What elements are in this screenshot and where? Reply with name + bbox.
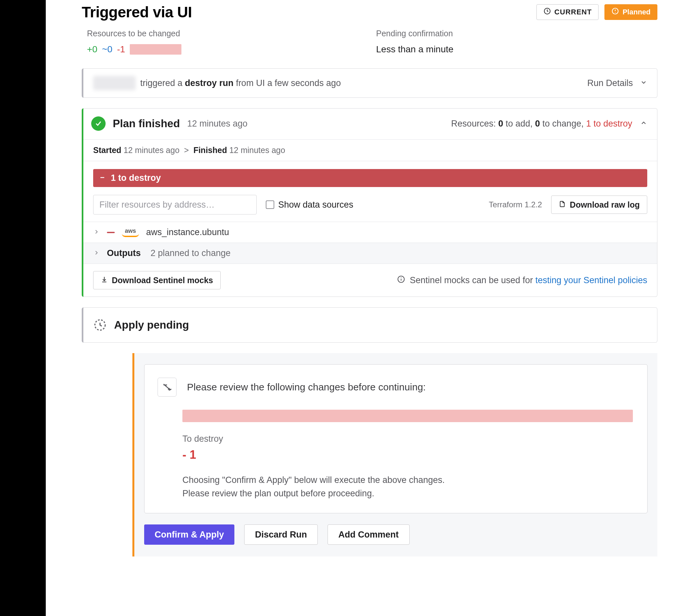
sentinel-info-text: Sentinel mocks can be used for testing y…: [410, 275, 647, 285]
header-row: Triggered via UI CURRENT Planned: [82, 3, 658, 21]
check-icon: [91, 117, 105, 131]
run-details-label: Run Details: [587, 78, 633, 88]
chevron-up-icon[interactable]: [640, 119, 647, 129]
confirm-buttons: Confirm & Apply Discard Run Add Comment: [144, 524, 647, 545]
info-icon: [397, 275, 405, 286]
sentinel-btn-label: Download Sentinel mocks: [112, 276, 213, 285]
alert-icon: [611, 7, 619, 17]
resource-row-aws-instance[interactable]: aws aws_instance.ubuntu: [83, 222, 657, 243]
apply-pending-card: Apply pending: [82, 307, 658, 343]
confirm-heading: Please review the following changes befo…: [187, 382, 425, 393]
redacted-resource-name: [130, 44, 181, 55]
resource-counts: +0 ~0 -1: [87, 44, 363, 55]
outputs-label: Outputs: [107, 248, 141, 258]
apply-pending-title: Apply pending: [114, 319, 189, 331]
current-button-label: CURRENT: [554, 8, 592, 16]
filter-resources-input[interactable]: [93, 195, 257, 215]
discard-run-button[interactable]: Discard Run: [244, 524, 318, 545]
count-add: +0: [87, 44, 97, 55]
main-content: Triggered via UI CURRENT Planned Resourc…: [46, 0, 677, 616]
confirm-block: Please review the following changes befo…: [132, 353, 658, 557]
pending-value: Less than a minute: [376, 44, 658, 55]
plan-card: Plan finished 12 minutes ago Resources: …: [82, 108, 658, 297]
confirm-panel: Please review the following changes befo…: [144, 364, 647, 513]
confirm-description: Choosing "Confirm & Apply" below will ex…: [182, 474, 633, 500]
count-destroy: -1: [117, 44, 125, 55]
resources-label: Resources to be changed: [87, 29, 363, 38]
run-trigger-card: triggered a destroy run from UI a few se…: [82, 68, 658, 98]
to-destroy-value: - 1: [182, 448, 633, 462]
diff-icon: [157, 378, 177, 397]
sentinel-footer: Download Sentinel mocks Sentinel mocks c…: [83, 264, 657, 297]
minus-icon: [99, 173, 105, 183]
add-comment-button[interactable]: Add Comment: [327, 524, 410, 545]
planned-button-label: Planned: [622, 8, 650, 16]
plan-title: Plan finished: [113, 117, 180, 130]
checkbox-icon: [266, 201, 274, 209]
summary-pending: Pending confirmation Less than a minute: [376, 29, 658, 55]
run-details-toggle[interactable]: Run Details: [587, 78, 647, 88]
file-icon: [559, 200, 566, 210]
count-change: ~0: [102, 44, 112, 55]
trigger-text: triggered a destroy run from UI a few se…: [140, 78, 341, 88]
confirm-apply-button[interactable]: Confirm & Apply: [144, 524, 234, 545]
clock-dashed-icon: [93, 318, 107, 332]
destroy-bar-label: 1 to destroy: [111, 173, 161, 183]
to-destroy-label: To destroy: [182, 434, 633, 444]
plan-header: Plan finished 12 minutes ago Resources: …: [83, 108, 657, 139]
redacted-resource-summary: [182, 410, 633, 422]
show-data-sources-checkbox[interactable]: Show data sources: [266, 200, 353, 210]
clock-icon: [543, 7, 551, 17]
outputs-row[interactable]: Outputs 2 planned to change: [83, 243, 657, 264]
left-nav-rail: [0, 0, 46, 616]
summary-row: Resources to be changed +0 ~0 -1 Pending…: [82, 29, 658, 55]
filter-row: Show data sources Terraform 1.2.2 Downlo…: [83, 195, 657, 222]
pending-label: Pending confirmation: [376, 29, 658, 38]
planned-button[interactable]: Planned: [604, 4, 658, 20]
trigger-info: triggered a destroy run from UI a few se…: [93, 76, 341, 90]
plan-time: 12 minutes ago: [187, 119, 247, 129]
terraform-version: Terraform 1.2.2: [489, 200, 542, 209]
svg-point-4: [400, 277, 401, 278]
plan-resources-summary: Resources: 0 to add, 0 to change, 1 to d…: [451, 119, 632, 129]
current-button[interactable]: CURRENT: [536, 4, 599, 20]
destroy-indicator-icon: [107, 232, 115, 233]
show-data-sources-label: Show data sources: [278, 200, 353, 210]
download-icon: [101, 276, 108, 285]
sentinel-policies-link[interactable]: testing your Sentinel policies: [535, 275, 647, 285]
chevron-down-icon: [640, 78, 647, 88]
destroy-summary-bar[interactable]: 1 to destroy: [93, 169, 647, 187]
aws-provider-icon: aws: [122, 228, 139, 237]
download-log-label: Download raw log: [570, 200, 640, 210]
download-sentinel-mocks-button[interactable]: Download Sentinel mocks: [93, 271, 221, 290]
page-title: Triggered via UI: [82, 3, 192, 21]
outputs-count: 2 planned to change: [150, 248, 230, 258]
svg-point-2: [615, 12, 616, 13]
summary-resources: Resources to be changed +0 ~0 -1: [82, 29, 363, 55]
chevron-right-icon: [93, 227, 100, 237]
resource-address: aws_instance.ubuntu: [146, 227, 229, 237]
chevron-right-icon: [93, 248, 100, 258]
plan-time-bar: Started 12 minutes ago > Finished 12 min…: [83, 139, 657, 161]
download-raw-log-button[interactable]: Download raw log: [551, 195, 647, 214]
header-buttons: CURRENT Planned: [536, 4, 658, 20]
user-avatar-redacted: [93, 76, 136, 90]
